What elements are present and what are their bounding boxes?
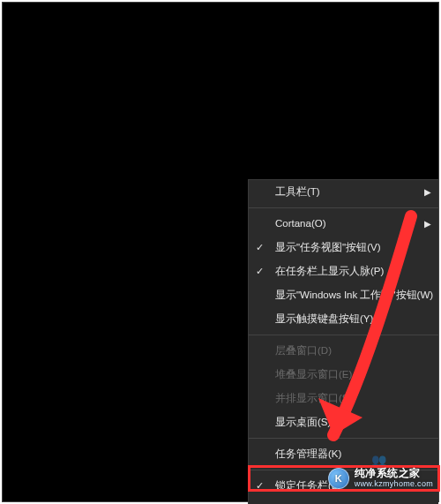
menu-show-desktop-label: 显示桌面(S)	[275, 417, 331, 427]
people-icon: 👥	[371, 453, 386, 467]
menu-stacked-windows[interactable]: 堆叠显示窗口(E)	[249, 363, 438, 387]
menu-show-desktop[interactable]: 显示桌面(S)	[249, 410, 438, 434]
menu-show-people-label: 在任务栏上显示人脉(P)	[275, 266, 384, 276]
taskbar-context-menu: 工具栏(T) ▶ Cortana(O) ▶ ✓ 显示"任务视图"按钮(V) ✓ …	[248, 179, 438, 504]
menu-taskbar-settings[interactable]: 任务栏设置(T)	[249, 498, 438, 504]
menu-cascade-label: 层叠窗口(D)	[275, 345, 332, 356]
watermark-logo-letter: K	[335, 473, 342, 484]
menu-toolbars[interactable]: 工具栏(T) ▶	[249, 180, 438, 204]
menu-task-manager-label: 任务管理器(K)	[275, 448, 341, 459]
menu-separator	[249, 335, 438, 335]
menu-cortana[interactable]: Cortana(O) ▶	[249, 212, 438, 236]
chevron-right-icon: ▶	[424, 180, 431, 204]
watermark-url: www.kzmyhome.com	[355, 480, 433, 489]
menu-cascade-windows[interactable]: 层叠窗口(D)	[249, 339, 438, 363]
menu-cortana-label: Cortana(O)	[275, 218, 326, 229]
menu-stacked-label: 堆叠显示窗口(E)	[275, 369, 352, 380]
menu-task-manager[interactable]: 任务管理器(K)	[249, 442, 438, 466]
menu-show-ink-label: 显示"Windows Ink 工作区"按钮(W)	[275, 290, 433, 300]
menu-show-touch-keyboard-button[interactable]: 显示触摸键盘按钮(Y)	[249, 307, 438, 331]
menu-show-touchkb-label: 显示触摸键盘按钮(Y)	[275, 313, 373, 324]
watermark-logo-icon: K	[328, 468, 349, 489]
taskbar-tray-icons: 👥	[371, 453, 386, 467]
menu-show-task-view-label: 显示"任务视图"按钮(V)	[275, 242, 381, 252]
checkmark-icon: ✓	[256, 260, 268, 283]
checkmark-icon: ✓	[256, 236, 268, 260]
menu-separator	[249, 207, 438, 208]
watermark: K 纯净系统之家 www.kzmyhome.com	[328, 468, 433, 489]
chevron-right-icon: ▶	[424, 212, 431, 236]
menu-show-ink-workspace-button[interactable]: 显示"Windows Ink 工作区"按钮(W)	[249, 283, 438, 307]
menu-show-task-view-button[interactable]: ✓ 显示"任务视图"按钮(V)	[249, 236, 438, 260]
checkmark-icon: ✓	[256, 474, 268, 498]
menu-toolbars-label: 工具栏(T)	[275, 186, 320, 197]
menu-sidebyside-label: 并排显示窗口(S)	[275, 393, 352, 403]
menu-separator	[249, 438, 438, 439]
menu-show-people-on-taskbar[interactable]: ✓ 在任务栏上显示人脉(P)	[249, 260, 438, 283]
menu-side-by-side-windows[interactable]: 并排显示窗口(S)	[249, 387, 438, 410]
watermark-title: 纯净系统之家	[355, 468, 433, 479]
screenshot-frame: 工具栏(T) ▶ Cortana(O) ▶ ✓ 显示"任务视图"按钮(V) ✓ …	[2, 2, 439, 502]
